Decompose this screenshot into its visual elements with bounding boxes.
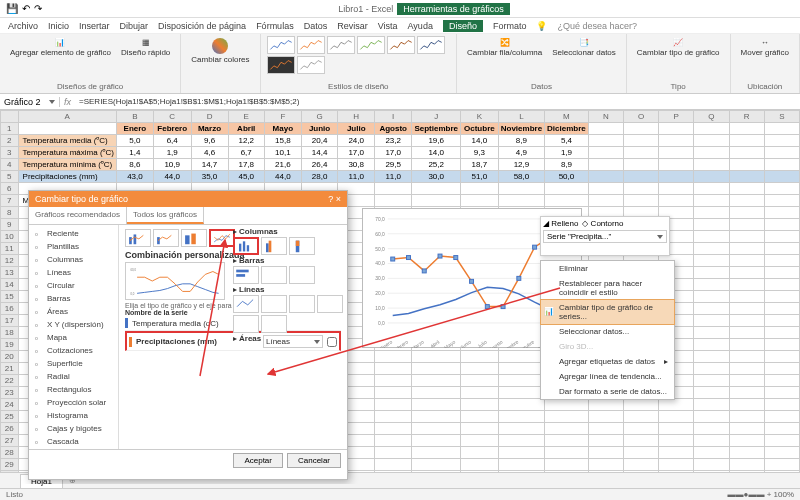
outline-dropdown[interactable]: ◇ Contorno (582, 219, 623, 228)
chart-type-rectngulos[interactable]: ▫Rectángulos (29, 383, 118, 396)
undo-icon[interactable]: ↶ (22, 3, 30, 14)
ctx-agregar-etiquetas-de[interactable]: Agregar etiquetas de datos▸ (541, 354, 674, 369)
ctx-restablecer-para-hac[interactable]: Restablecer para hacer coincidir el esti… (541, 276, 674, 300)
change-chart-type-button[interactable]: 📈Cambiar tipo de gráfico (633, 36, 724, 59)
chart-type-mapa[interactable]: ▫Mapa (29, 331, 118, 344)
combo-thumb-selected[interactable] (209, 229, 235, 247)
zoom-controls[interactable]: ▬▬●▬▬ + 100% (728, 490, 794, 499)
worksheet[interactable]: ABCDEFGHIJKLMNOPQRS1EneroFebreroMarzoAbr… (0, 110, 800, 484)
tab-insertar[interactable]: Insertar (79, 21, 110, 31)
change-chart-type-dialog: Cambiar tipo de gráfico? × Gráficos reco… (28, 190, 348, 480)
tab-formulas[interactable]: Fórmulas (256, 21, 294, 31)
ok-button[interactable]: Aceptar (233, 453, 283, 468)
name-box[interactable]: Gráfico 2 (0, 97, 60, 107)
series-selector[interactable]: Serie "Precipita..." (547, 232, 611, 241)
ctx-cambiar-tipo-de-gr-f[interactable]: 📊Cambiar tipo de gráfico de series... (540, 299, 675, 325)
fx-icon[interactable]: fx (60, 97, 75, 107)
menubar: Archivo Inicio Insertar Dibujar Disposic… (0, 18, 800, 34)
chevron-down-icon[interactable] (49, 100, 55, 104)
chart-type-barras[interactable]: ▫Barras (29, 292, 118, 305)
tab-ayuda[interactable]: Ayuda (408, 21, 433, 31)
svg-rect-24 (517, 276, 521, 280)
column-type-thumb[interactable] (289, 237, 315, 255)
bar-type-thumb[interactable] (233, 266, 259, 284)
line-type-thumb[interactable] (289, 295, 315, 313)
svg-rect-53 (236, 274, 245, 277)
chart-type-plantillas[interactable]: ▫Plantillas (29, 240, 118, 253)
bar-type-thumb[interactable] (261, 266, 287, 284)
svg-rect-20 (454, 256, 458, 260)
help-icon[interactable]: ? (328, 194, 333, 204)
tab-datos[interactable]: Datos (304, 21, 328, 31)
save-icon[interactable]: 💾 (6, 3, 18, 14)
chevron-down-icon[interactable] (657, 235, 663, 239)
tab-dibujar[interactable]: Dibujar (120, 21, 149, 31)
group-label-type: Tipo (633, 82, 724, 91)
tab-recommended[interactable]: Gráficos recomendados (29, 207, 127, 224)
chart-style-thumb[interactable] (417, 36, 445, 54)
svg-text:Marzo: Marzo (411, 339, 425, 347)
line-type-thumb[interactable] (261, 315, 287, 333)
formula-input[interactable]: =SERIES(Hoja1!$A$5;Hoja1!$B$1:$M$1;Hoja1… (75, 97, 800, 106)
change-colors-button[interactable]: Cambiar colores (187, 36, 253, 66)
combo-thumb[interactable] (153, 229, 179, 247)
tab-disposicion[interactable]: Disposición de página (158, 21, 246, 31)
chart-style-thumb[interactable] (297, 36, 325, 54)
chart-type-columnas[interactable]: ▫Columnas (29, 253, 118, 266)
chart-type-cotizaciones[interactable]: ▫Cotizaciones (29, 344, 118, 357)
chart-type-cajasybigotes[interactable]: ▫Cajas y bigotes (29, 422, 118, 435)
move-chart-button[interactable]: ↔Mover gráfico (737, 36, 793, 59)
svg-rect-47 (247, 245, 249, 251)
redo-icon[interactable]: ↷ (34, 3, 42, 14)
chart-type-circular[interactable]: ▫Circular (29, 279, 118, 292)
ctx-seleccionar-datos---[interactable]: Seleccionar datos... (541, 324, 674, 339)
chart-type-xydispersin[interactable]: ▫X Y (dispersión) (29, 318, 118, 331)
column-type-thumb[interactable] (261, 237, 287, 255)
chart-type-radial[interactable]: ▫Radial (29, 370, 118, 383)
tab-vista[interactable]: Vista (378, 21, 398, 31)
chart-style-thumb[interactable] (267, 36, 295, 54)
select-data-button[interactable]: 📑Seleccionar datos (548, 36, 620, 59)
tab-inicio[interactable]: Inicio (48, 21, 69, 31)
tab-all-charts[interactable]: Todos los gráficos (127, 207, 204, 224)
chart-type-cascada[interactable]: ▫Cascada (29, 435, 118, 448)
chart-type-reas[interactable]: ▫Áreas (29, 305, 118, 318)
tell-me[interactable]: ¿Qué desea hacer? (557, 21, 637, 31)
chart-type-lneas[interactable]: ▫Líneas (29, 266, 118, 279)
ctx-dar-formato-a-serie-[interactable]: Dar formato a serie de datos... (541, 384, 674, 399)
chart-type-reciente[interactable]: ▫Reciente (29, 227, 118, 240)
titlebar: 💾 ↶ ↷ Libro1 - ExcelHerramientas de gráf… (0, 0, 800, 18)
fill-dropdown[interactable]: ◢ Relleno (543, 219, 578, 228)
tab-formato[interactable]: Formato (493, 21, 527, 31)
chart-style-thumb[interactable] (297, 56, 325, 74)
ctx-eliminar[interactable]: Eliminar (541, 261, 674, 276)
cancel-button[interactable]: Cancelar (287, 453, 341, 468)
line-type-thumb[interactable] (317, 295, 343, 313)
ctx-agregar-l-nea-de-ten[interactable]: Agregar línea de tendencia... (541, 369, 674, 384)
svg-text:Octubre: Octubre (518, 339, 535, 347)
tab-revisar[interactable]: Revisar (337, 21, 368, 31)
svg-rect-17 (407, 256, 411, 260)
chart-type-superficie[interactable]: ▫Superficie (29, 357, 118, 370)
combo-thumb[interactable] (125, 229, 151, 247)
chart-style-thumb[interactable] (327, 36, 355, 54)
tab-archivo[interactable]: Archivo (8, 21, 38, 31)
switch-row-col-button[interactable]: 🔀Cambiar fila/columna (463, 36, 546, 59)
combo-thumb[interactable] (181, 229, 207, 247)
tab-diseno[interactable]: Diseño (443, 20, 483, 32)
group-label-location: Ubicación (737, 82, 793, 91)
line-type-thumb[interactable] (261, 295, 287, 313)
close-icon[interactable]: × (336, 194, 341, 204)
chart-style-thumb[interactable] (387, 36, 415, 54)
quick-layout-button[interactable]: ▦Diseño rápido (117, 36, 174, 59)
line-type-thumb[interactable] (233, 315, 259, 333)
chart-style-thumb[interactable] (357, 36, 385, 54)
column-type-thumb[interactable] (233, 237, 259, 255)
chart-type-histograma[interactable]: ▫Histograma (29, 409, 118, 422)
line-type-thumb[interactable] (233, 295, 259, 313)
chart-type-proyeccinsolar[interactable]: ▫Proyección solar (29, 396, 118, 409)
chart-style-thumb[interactable] (267, 56, 295, 74)
chart-type-embudo[interactable]: ▫Embudo (29, 448, 118, 449)
add-chart-element-button[interactable]: 📊Agregar elemento de gráfico (6, 36, 115, 59)
bar-type-thumb[interactable] (289, 266, 315, 284)
